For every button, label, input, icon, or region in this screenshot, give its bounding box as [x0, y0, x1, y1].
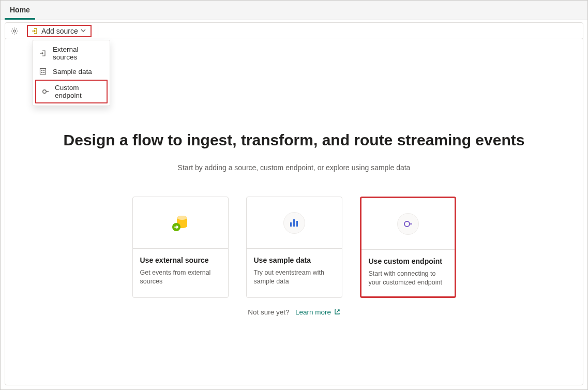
- card-use-sample-data[interactable]: Use sample data Try out eventstream with…: [246, 197, 342, 298]
- svg-rect-12: [296, 221, 298, 227]
- svg-point-13: [404, 221, 410, 227]
- page-title: Design a flow to ingest, transform, and …: [5, 131, 583, 149]
- card-description: Get events from external sources: [140, 268, 221, 286]
- add-source-button[interactable]: Add source: [27, 25, 92, 37]
- dropdown-item-sample-data[interactable]: Sample data: [33, 64, 110, 79]
- svg-rect-11: [293, 219, 295, 227]
- card-description: Start with connecting to your customized…: [369, 269, 447, 287]
- dropdown-item-label: Custom endpoint: [55, 84, 101, 99]
- external-sources-icon: [38, 49, 48, 57]
- card-icon-area: [133, 197, 228, 249]
- svg-point-8: [177, 216, 187, 220]
- sample-data-icon: [38, 67, 48, 76]
- not-sure-text: Not sure yet?: [248, 308, 289, 316]
- card-title: Use external source: [140, 256, 221, 264]
- card-use-external-source[interactable]: Use external source Get events from exte…: [132, 197, 229, 298]
- add-source-label: Add source: [41, 27, 78, 35]
- card-icon-area: [361, 198, 455, 250]
- svg-point-0: [13, 30, 16, 32]
- svg-point-5: [43, 72, 44, 72]
- svg-point-6: [43, 90, 46, 93]
- card-icon-area: [247, 197, 342, 249]
- chevron-down-icon: [80, 27, 86, 35]
- custom-endpoint-icon: [41, 87, 50, 96]
- dropdown-item-label: External sources: [53, 46, 104, 61]
- tab-home[interactable]: Home: [5, 3, 35, 20]
- toolbar-divider: [98, 25, 98, 37]
- gear-icon: [10, 27, 19, 35]
- learn-more-row: Not sure yet? Learn more: [5, 308, 583, 316]
- add-source-dropdown: External sources Sample data Custom endp…: [33, 40, 110, 106]
- add-source-icon: [31, 27, 39, 35]
- dropdown-item-label: Sample data: [53, 68, 92, 76]
- card-description: Try out eventstream with sample data: [254, 268, 335, 286]
- page-subtitle: Start by adding a source, custom endpoin…: [5, 163, 583, 172]
- endpoint-icon: [402, 218, 414, 230]
- external-link-icon: [334, 309, 340, 315]
- database-arrow-icon: [168, 211, 193, 235]
- bar-chart-icon: [289, 218, 299, 228]
- learn-more-link[interactable]: Learn more: [295, 308, 340, 316]
- tab-bar: Home: [1, 1, 587, 20]
- svg-point-2: [41, 70, 42, 70]
- dropdown-item-external-sources[interactable]: External sources: [33, 42, 110, 64]
- svg-rect-1: [40, 69, 46, 74]
- toolbar: Add source: [5, 22, 583, 40]
- svg-rect-10: [290, 222, 292, 227]
- card-title: Use sample data: [254, 256, 335, 264]
- svg-point-4: [41, 72, 42, 72]
- settings-button[interactable]: [8, 25, 21, 37]
- option-cards: Use external source Get events from exte…: [5, 197, 583, 298]
- dropdown-item-custom-endpoint[interactable]: Custom endpoint: [35, 80, 108, 103]
- card-use-custom-endpoint[interactable]: Use custom endpoint Start with connectin…: [360, 197, 456, 298]
- card-title: Use custom endpoint: [369, 257, 447, 265]
- svg-point-3: [43, 70, 44, 70]
